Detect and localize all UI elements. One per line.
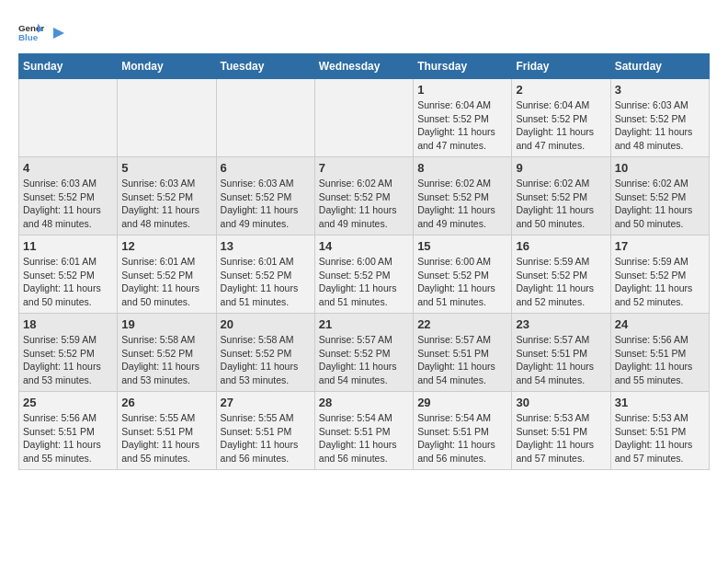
calendar-cell: 25Sunrise: 5:56 AM Sunset: 5:51 PM Dayli… xyxy=(19,392,118,470)
day-number: 31 xyxy=(615,396,705,409)
header-sunday: Sunday xyxy=(19,54,118,79)
day-info: Sunrise: 6:02 AM Sunset: 5:52 PM Dayligh… xyxy=(319,177,409,231)
calendar-cell: 20Sunrise: 5:58 AM Sunset: 5:52 PM Dayli… xyxy=(216,314,314,392)
calendar-cell: 14Sunrise: 6:00 AM Sunset: 5:52 PM Dayli… xyxy=(314,236,413,314)
calendar-cell: 1Sunrise: 6:04 AM Sunset: 5:52 PM Daylig… xyxy=(414,79,512,157)
day-info: Sunrise: 5:58 AM Sunset: 5:52 PM Dayligh… xyxy=(121,333,211,387)
week-row-5: 25Sunrise: 5:56 AM Sunset: 5:51 PM Dayli… xyxy=(19,392,710,470)
day-number: 18 xyxy=(23,317,113,331)
day-number: 6 xyxy=(221,161,311,175)
day-number: 29 xyxy=(417,396,507,409)
calendar-cell: 12Sunrise: 6:01 AM Sunset: 5:52 PM Dayli… xyxy=(118,236,216,314)
day-number: 15 xyxy=(417,239,507,253)
day-info: Sunrise: 5:54 AM Sunset: 5:51 PM Dayligh… xyxy=(417,411,507,465)
day-info: Sunrise: 6:02 AM Sunset: 5:52 PM Dayligh… xyxy=(516,177,606,231)
day-info: Sunrise: 6:03 AM Sunset: 5:52 PM Dayligh… xyxy=(121,177,211,231)
calendar-cell: 16Sunrise: 5:59 AM Sunset: 5:52 PM Dayli… xyxy=(512,236,610,314)
day-number: 17 xyxy=(615,239,705,253)
day-info: Sunrise: 6:03 AM Sunset: 5:52 PM Dayligh… xyxy=(615,98,705,153)
day-info: Sunrise: 6:03 AM Sunset: 5:52 PM Dayligh… xyxy=(23,177,113,231)
calendar-cell: 27Sunrise: 5:55 AM Sunset: 5:51 PM Dayli… xyxy=(216,392,314,470)
calendar-cell: 11Sunrise: 6:01 AM Sunset: 5:52 PM Dayli… xyxy=(19,236,118,314)
calendar-cell: 24Sunrise: 5:56 AM Sunset: 5:51 PM Dayli… xyxy=(610,314,709,392)
day-number: 23 xyxy=(516,317,606,331)
day-info: Sunrise: 6:04 AM Sunset: 5:52 PM Dayligh… xyxy=(417,98,507,153)
calendar-cell: 15Sunrise: 6:00 AM Sunset: 5:52 PM Dayli… xyxy=(414,236,512,314)
day-info: Sunrise: 6:04 AM Sunset: 5:52 PM Dayligh… xyxy=(516,98,606,153)
day-info: Sunrise: 5:57 AM Sunset: 5:51 PM Dayligh… xyxy=(516,333,606,387)
header-thursday: Thursday xyxy=(414,54,512,79)
day-number: 13 xyxy=(221,239,311,253)
day-number: 16 xyxy=(516,239,606,253)
day-number: 26 xyxy=(121,396,211,409)
day-info: Sunrise: 5:57 AM Sunset: 5:52 PM Dayligh… xyxy=(319,333,409,387)
day-number: 12 xyxy=(121,239,211,253)
calendar-header-row: SundayMondayTuesdayWednesdayThursdayFrid… xyxy=(19,54,710,79)
day-info: Sunrise: 6:00 AM Sunset: 5:52 PM Dayligh… xyxy=(319,255,409,309)
calendar-cell: 4Sunrise: 6:03 AM Sunset: 5:52 PM Daylig… xyxy=(19,157,118,236)
week-row-1: 1Sunrise: 6:04 AM Sunset: 5:52 PM Daylig… xyxy=(19,79,710,157)
day-info: Sunrise: 5:59 AM Sunset: 5:52 PM Dayligh… xyxy=(615,255,705,309)
calendar-cell: 31Sunrise: 5:53 AM Sunset: 5:51 PM Dayli… xyxy=(610,392,709,470)
week-row-4: 18Sunrise: 5:59 AM Sunset: 5:52 PM Dayli… xyxy=(19,314,710,392)
day-info: Sunrise: 5:55 AM Sunset: 5:51 PM Dayligh… xyxy=(221,411,311,465)
day-info: Sunrise: 5:53 AM Sunset: 5:51 PM Dayligh… xyxy=(516,411,606,465)
header-saturday: Saturday xyxy=(610,54,709,79)
day-number: 8 xyxy=(417,161,507,175)
day-number: 10 xyxy=(615,161,705,175)
header-monday: Monday xyxy=(118,54,216,79)
day-info: Sunrise: 6:02 AM Sunset: 5:52 PM Dayligh… xyxy=(615,177,705,231)
calendar-cell: 2Sunrise: 6:04 AM Sunset: 5:52 PM Daylig… xyxy=(512,79,610,157)
calendar-cell: 3Sunrise: 6:03 AM Sunset: 5:52 PM Daylig… xyxy=(610,79,709,157)
day-info: Sunrise: 5:59 AM Sunset: 5:52 PM Dayligh… xyxy=(516,255,606,309)
day-info: Sunrise: 5:59 AM Sunset: 5:52 PM Dayligh… xyxy=(23,333,113,387)
calendar-cell: 29Sunrise: 5:54 AM Sunset: 5:51 PM Dayli… xyxy=(414,392,512,470)
day-number: 3 xyxy=(615,83,705,97)
day-info: Sunrise: 6:03 AM Sunset: 5:52 PM Dayligh… xyxy=(221,177,311,231)
calendar-table: SundayMondayTuesdayWednesdayThursdayFrid… xyxy=(18,53,710,470)
day-info: Sunrise: 5:56 AM Sunset: 5:51 PM Dayligh… xyxy=(615,333,705,387)
logo: General Blue xyxy=(18,18,68,44)
calendar-cell xyxy=(216,79,314,157)
day-number: 4 xyxy=(23,161,113,175)
day-number: 25 xyxy=(23,396,113,409)
header-wednesday: Wednesday xyxy=(314,54,413,79)
day-number: 19 xyxy=(121,317,211,331)
day-number: 11 xyxy=(23,239,113,253)
day-info: Sunrise: 6:01 AM Sunset: 5:52 PM Dayligh… xyxy=(221,255,311,309)
week-row-3: 11Sunrise: 6:01 AM Sunset: 5:52 PM Dayli… xyxy=(19,236,710,314)
calendar-cell: 18Sunrise: 5:59 AM Sunset: 5:52 PM Dayli… xyxy=(19,314,118,392)
calendar-cell: 30Sunrise: 5:53 AM Sunset: 5:51 PM Dayli… xyxy=(512,392,610,470)
day-number: 28 xyxy=(319,396,409,409)
calendar-cell: 6Sunrise: 6:03 AM Sunset: 5:52 PM Daylig… xyxy=(216,157,314,236)
svg-text:Blue: Blue xyxy=(18,32,39,42)
day-number: 27 xyxy=(221,396,311,409)
calendar-cell: 23Sunrise: 5:57 AM Sunset: 5:51 PM Dayli… xyxy=(512,314,610,392)
day-number: 2 xyxy=(516,83,606,97)
calendar-cell: 7Sunrise: 6:02 AM Sunset: 5:52 PM Daylig… xyxy=(314,157,413,236)
logo-arrow-icon xyxy=(50,24,68,42)
day-info: Sunrise: 5:53 AM Sunset: 5:51 PM Dayligh… xyxy=(615,411,705,465)
calendar-cell xyxy=(314,79,413,157)
calendar-cell xyxy=(118,79,216,157)
day-number: 9 xyxy=(516,161,606,175)
calendar-cell: 26Sunrise: 5:55 AM Sunset: 5:51 PM Dayli… xyxy=(118,392,216,470)
day-number: 5 xyxy=(121,161,211,175)
day-number: 1 xyxy=(417,83,507,97)
page-header: General Blue xyxy=(18,18,710,44)
day-number: 14 xyxy=(319,239,409,253)
day-number: 7 xyxy=(319,161,409,175)
day-info: Sunrise: 6:02 AM Sunset: 5:52 PM Dayligh… xyxy=(417,177,507,231)
day-number: 20 xyxy=(221,317,311,331)
day-info: Sunrise: 5:58 AM Sunset: 5:52 PM Dayligh… xyxy=(221,333,311,387)
day-number: 22 xyxy=(417,317,507,331)
day-info: Sunrise: 5:54 AM Sunset: 5:51 PM Dayligh… xyxy=(319,411,409,465)
calendar-cell: 9Sunrise: 6:02 AM Sunset: 5:52 PM Daylig… xyxy=(512,157,610,236)
svg-marker-2 xyxy=(53,28,64,39)
calendar-cell: 28Sunrise: 5:54 AM Sunset: 5:51 PM Dayli… xyxy=(314,392,413,470)
day-number: 30 xyxy=(516,396,606,409)
calendar-cell: 8Sunrise: 6:02 AM Sunset: 5:52 PM Daylig… xyxy=(414,157,512,236)
calendar-cell: 21Sunrise: 5:57 AM Sunset: 5:52 PM Dayli… xyxy=(314,314,413,392)
day-number: 24 xyxy=(615,317,705,331)
day-info: Sunrise: 6:01 AM Sunset: 5:52 PM Dayligh… xyxy=(121,255,211,309)
